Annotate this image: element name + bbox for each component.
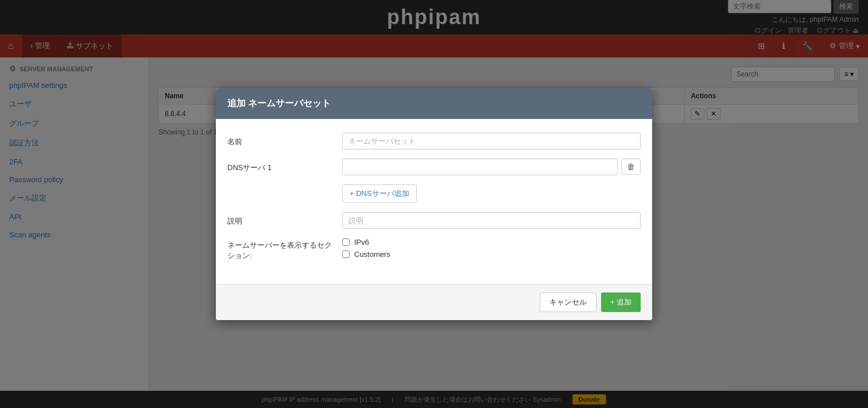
checkbox-customers-label: Customers bbox=[354, 250, 390, 259]
name-input[interactable] bbox=[342, 133, 641, 149]
modal-footer: キャンセル + 追加 bbox=[216, 284, 652, 320]
description-label: 説明 bbox=[227, 212, 342, 226]
dns1-input[interactable] bbox=[342, 159, 618, 175]
name-label: 名前 bbox=[227, 133, 342, 147]
description-input[interactable] bbox=[342, 212, 641, 229]
add-dns-spacer bbox=[227, 184, 342, 188]
checkbox-customers[interactable] bbox=[342, 251, 350, 258]
delete-dns-button[interactable]: 🗑 bbox=[621, 159, 641, 175]
section-display-label: ネームサーバーを表示するセク ション: bbox=[227, 238, 342, 261]
modal-dialog: 追加 ネームサーバセット 名前 DNSサーバ 1 🗑 + DNSサーバ追加 bbox=[216, 88, 652, 320]
checkbox-ipv6[interactable] bbox=[342, 238, 350, 246]
section-display-label-line2: ション: bbox=[227, 251, 252, 260]
checkbox-row-customers: Customers bbox=[342, 250, 641, 259]
modal-header: 追加 ネームサーバセット bbox=[216, 88, 652, 119]
section-display-label-line1: ネームサーバーを表示するセク bbox=[227, 241, 332, 249]
form-row-sections: ネームサーバーを表示するセク ション: IPv6 Customers bbox=[227, 238, 641, 261]
modal-overlay: 追加 ネームサーバセット 名前 DNSサーバ 1 🗑 + DNSサーバ追加 bbox=[0, 0, 868, 408]
form-row-dns1: DNSサーバ 1 🗑 bbox=[227, 159, 641, 175]
checkbox-ipv6-label: IPv6 bbox=[354, 238, 369, 247]
modal-body: 名前 DNSサーバ 1 🗑 + DNSサーバ追加 説明 bbox=[216, 119, 652, 284]
form-row-description: 説明 bbox=[227, 212, 641, 229]
sections-checkboxes: IPv6 Customers bbox=[342, 238, 641, 259]
add-dns-button[interactable]: + DNSサーバ追加 bbox=[342, 184, 417, 203]
add-button[interactable]: + 追加 bbox=[601, 292, 641, 312]
form-row-name: 名前 bbox=[227, 133, 641, 149]
dns-row: 🗑 bbox=[342, 159, 641, 175]
form-row-add-dns: + DNSサーバ追加 bbox=[227, 184, 641, 203]
cancel-button[interactable]: キャンセル bbox=[540, 292, 596, 312]
modal-title: 追加 ネームサーバセット bbox=[227, 98, 331, 108]
checkbox-row-ipv6: IPv6 bbox=[342, 238, 641, 247]
dns1-label: DNSサーバ 1 bbox=[227, 159, 342, 173]
